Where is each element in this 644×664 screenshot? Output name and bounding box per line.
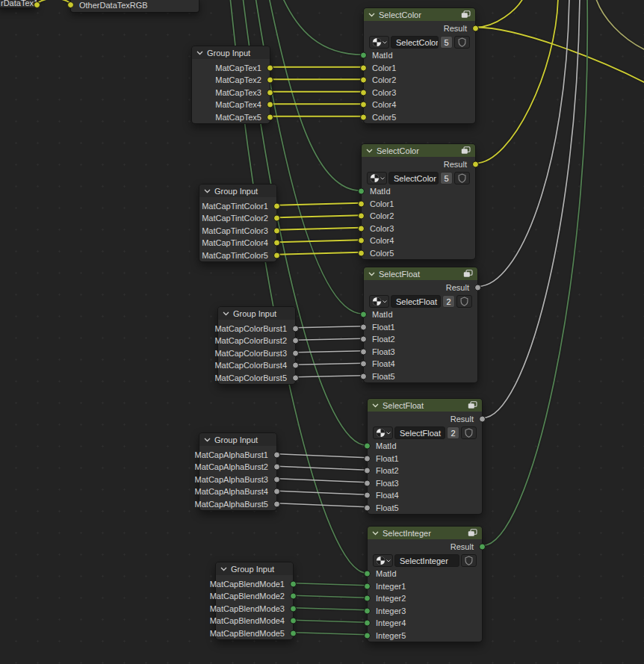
yellow-socket[interactable] — [472, 161, 479, 167]
gray-socket[interactable] — [273, 500, 280, 507]
nodetree-dropdown-button[interactable] — [373, 426, 393, 439]
node-name-field[interactable]: SelectFloat — [394, 426, 445, 439]
green-socket[interactable] — [358, 188, 365, 195]
collapse-chevron-icon[interactable] — [204, 438, 211, 442]
group-input-node-matcaptex[interactable]: Group Input MatCapTex1MatCapTex2MatCapTe… — [191, 46, 270, 124]
gray-socket[interactable] — [364, 504, 371, 511]
node-header[interactable]: SelectFloat — [364, 267, 477, 280]
gray-socket[interactable] — [273, 464, 280, 471]
gray-socket[interactable] — [474, 284, 481, 291]
yellow-socket[interactable] — [267, 102, 273, 108]
yellow-socket[interactable] — [273, 215, 280, 222]
yellow-socket[interactable] — [360, 114, 367, 120]
gray-socket[interactable] — [292, 362, 299, 369]
node-name-field[interactable]: SelectInteger — [394, 554, 459, 567]
node-name-field[interactable]: SelectColor — [391, 36, 439, 49]
node-header[interactable]: SelectInteger — [368, 527, 482, 539]
node-otherdatatexrgb[interactable]: OtherDataTexRGB — [70, 0, 199, 13]
gray-socket[interactable] — [360, 361, 367, 367]
yellow-socket[interactable] — [358, 225, 365, 232]
collapse-chevron-icon[interactable] — [220, 567, 227, 571]
yellow-socket[interactable] — [273, 252, 280, 258]
node-rdatatex1[interactable]: rDataTex1 — [0, 0, 37, 8]
green-socket[interactable] — [290, 605, 297, 612]
gray-socket[interactable] — [364, 480, 371, 486]
collapse-chevron-icon[interactable] — [368, 13, 375, 17]
selectfloat-node-2[interactable]: SelectFloat Result SelectFloat 2 MatIdFl… — [367, 398, 483, 515]
gray-socket[interactable] — [273, 488, 280, 495]
group-input-node-matcapblendmode[interactable]: Group Input MatCapBlendMode1MatCapBlendM… — [215, 562, 294, 640]
yellow-socket[interactable] — [273, 240, 280, 246]
green-socket[interactable] — [364, 607, 371, 614]
yellow-socket[interactable] — [34, 1, 40, 8]
green-socket[interactable] — [360, 52, 367, 59]
gray-socket[interactable] — [292, 325, 299, 332]
yellow-socket[interactable] — [273, 202, 280, 209]
green-socket[interactable] — [290, 593, 297, 600]
nodetree-dropdown-button[interactable] — [373, 554, 393, 567]
yellow-socket[interactable] — [358, 200, 365, 207]
shield-icon[interactable] — [454, 36, 470, 49]
group-input-node-matcapalphaburst[interactable]: Group Input MatCapAlphaBurst1MatCapAlpha… — [199, 432, 277, 511]
node-header[interactable]: SelectFloat — [368, 399, 482, 412]
green-socket[interactable] — [479, 543, 486, 550]
node-header[interactable]: Group Input — [218, 307, 295, 320]
group-input-node-matcaptintcolor[interactable]: Group Input MatCapTintColor1MatCapTintCo… — [199, 184, 277, 262]
node-header[interactable]: Group Input — [199, 184, 276, 197]
green-socket[interactable] — [290, 580, 297, 587]
user-count-badge[interactable]: 5 — [440, 36, 453, 49]
gray-socket[interactable] — [292, 350, 299, 356]
collapse-chevron-icon[interactable] — [372, 403, 379, 408]
yellow-socket[interactable] — [360, 102, 367, 108]
green-socket[interactable] — [290, 630, 297, 636]
selectfloat-node-1[interactable]: SelectFloat Result SelectFloat 2 MatIdFl… — [363, 267, 478, 383]
shield-icon[interactable] — [456, 295, 472, 308]
collapse-chevron-icon[interactable] — [223, 311, 229, 316]
yellow-socket[interactable] — [360, 77, 367, 84]
collapse-chevron-icon[interactable] — [196, 51, 203, 55]
collapse-chevron-icon[interactable] — [366, 149, 373, 153]
yellow-socket[interactable] — [67, 1, 74, 8]
green-socket[interactable] — [360, 311, 367, 318]
node-editor-canvas[interactable]: rDataTex1 OtherDataTexRGB Group Input Ma… — [0, 0, 644, 664]
selectinteger-node[interactable]: SelectInteger Result SelectInteger MatId… — [367, 526, 483, 642]
yellow-socket[interactable] — [273, 227, 280, 234]
collapse-chevron-icon[interactable] — [204, 189, 211, 193]
group-input-node-matcapcolorburst[interactable]: Group Input MatCapColorBurst1MatCapColor… — [217, 306, 296, 385]
gray-socket[interactable] — [479, 415, 486, 422]
node-header[interactable]: Group Input — [199, 433, 276, 446]
yellow-socket[interactable] — [267, 77, 273, 84]
green-socket[interactable] — [364, 571, 371, 577]
gray-socket[interactable] — [360, 373, 367, 379]
node-name-field[interactable]: SelectColor — [388, 172, 439, 184]
gray-socket[interactable] — [364, 468, 371, 474]
user-count-badge[interactable]: 2 — [442, 295, 455, 308]
node-name-field[interactable]: SelectFloat — [391, 295, 441, 308]
yellow-socket[interactable] — [472, 25, 479, 31]
gray-socket[interactable] — [360, 336, 367, 343]
user-count-badge[interactable]: 2 — [447, 426, 459, 439]
green-socket[interactable] — [290, 618, 297, 624]
yellow-socket[interactable] — [358, 213, 365, 220]
yellow-socket[interactable] — [267, 64, 273, 71]
collapse-chevron-icon[interactable] — [372, 531, 379, 536]
gray-socket[interactable] — [360, 348, 367, 355]
yellow-socket[interactable] — [358, 249, 365, 256]
gray-socket[interactable] — [364, 455, 371, 462]
nodetree-dropdown-button[interactable] — [369, 295, 389, 308]
node-header[interactable]: Group Input — [192, 46, 270, 59]
green-socket[interactable] — [364, 583, 371, 589]
shield-icon[interactable] — [461, 554, 477, 567]
shield-icon[interactable] — [461, 426, 477, 439]
gray-socket[interactable] — [292, 338, 299, 344]
green-socket[interactable] — [364, 595, 371, 602]
shield-icon[interactable] — [454, 172, 470, 184]
selectcolor-node-1[interactable]: SelectColor Result SelectColor 5 MatIdCo… — [363, 7, 476, 124]
nodetree-dropdown-button[interactable] — [369, 36, 389, 49]
green-socket[interactable] — [364, 620, 371, 627]
node-header[interactable]: SelectColor — [364, 8, 475, 21]
yellow-socket[interactable] — [360, 89, 367, 96]
selectcolor-node-2[interactable]: SelectColor Result SelectColor 5 MatIdCo… — [361, 143, 476, 260]
yellow-socket[interactable] — [360, 64, 367, 71]
collapse-chevron-icon[interactable] — [368, 272, 375, 276]
